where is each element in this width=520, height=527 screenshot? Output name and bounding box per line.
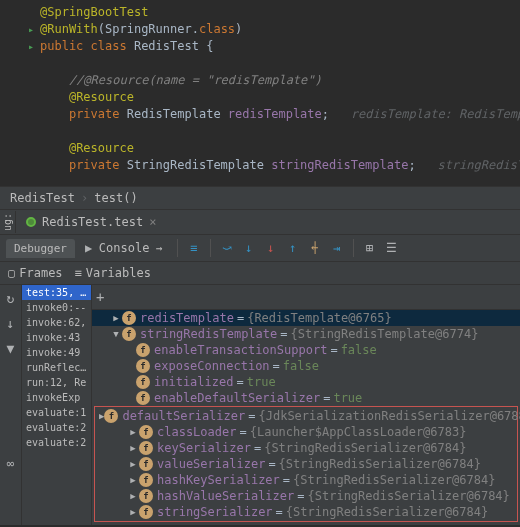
frame-item[interactable]: run:12, Re <box>22 375 91 390</box>
add-watch-icon[interactable]: + <box>96 289 104 305</box>
field-badge-icon: f <box>104 409 118 423</box>
variable-row[interactable]: fhashKeySerializer={StringRedisSerialize… <box>95 472 517 488</box>
frame-item[interactable]: evaluate:1 <box>22 405 91 420</box>
expand-icon[interactable] <box>127 459 139 469</box>
code-editor[interactable]: @SpringBootTest ▸@RunWith(SpringRunner.c… <box>0 0 520 186</box>
field-badge-icon: f <box>136 391 150 405</box>
field-badge-icon: f <box>122 327 136 341</box>
tab-console[interactable]: ▶ Console → <box>77 238 171 258</box>
collapse-icon[interactable] <box>110 329 122 339</box>
status-dot-icon <box>26 217 36 227</box>
run-tab[interactable]: RedisTest.test × <box>16 210 166 234</box>
variable-row[interactable]: fstringRedisTemplate={StringRedisTemplat… <box>92 326 520 342</box>
frame-item[interactable]: runReflecti <box>22 360 91 375</box>
frames-list: test:35, Reinvoke0:--invoke:62,invoke:43… <box>22 285 92 525</box>
variable-row[interactable]: fexposeConnection=false <box>92 358 520 374</box>
more-icon[interactable]: ☰ <box>382 238 402 258</box>
frame-item[interactable]: test:35, Re <box>22 285 91 300</box>
variable-row[interactable]: fdefaultSerializer={JdkSerializationRedi… <box>95 408 517 424</box>
variable-row[interactable]: fvalueSerializer={StringRedisSerializer@… <box>95 456 517 472</box>
run-gutter-icon[interactable]: ▸ <box>28 24 34 35</box>
variables-tree: + fredisTemplate={RedisTemplate@6765}fst… <box>92 285 520 525</box>
expand-icon[interactable] <box>127 475 139 485</box>
frame-item[interactable]: invoke:43 <box>22 330 91 345</box>
evaluate-icon[interactable]: ⊞ <box>360 238 380 258</box>
step-into-icon[interactable]: ↓ <box>239 238 259 258</box>
tool-window-label[interactable]: ug: <box>0 211 16 233</box>
run-to-cursor-icon[interactable]: ⇥ <box>327 238 347 258</box>
run-tabs: ug: RedisTest.test × <box>0 210 520 235</box>
restart-icon[interactable]: ↻ <box>7 291 15 306</box>
frame-item[interactable]: invoke0:-- <box>22 300 91 315</box>
tab-debugger[interactable]: Debugger <box>6 239 75 258</box>
debug-side-gutter: ↻ ↓ ▼ ∞ <box>0 285 22 525</box>
variable-row[interactable]: fredisTemplate={RedisTemplate@6765} <box>92 310 520 326</box>
highlighted-group: fdefaultSerializer={JdkSerializationRedi… <box>94 406 518 522</box>
variable-row[interactable]: fenableTransactionSupport=false <box>92 342 520 358</box>
run-gutter-icon[interactable]: ▸ <box>28 41 34 52</box>
frame-item[interactable]: invoke:62, <box>22 315 91 330</box>
frames-panel-label[interactable]: ▢ Frames <box>8 266 63 280</box>
field-badge-icon: f <box>136 375 150 389</box>
variable-row[interactable]: fclassLoader={Launcher$AppClassLoader@67… <box>95 424 517 440</box>
expand-icon[interactable] <box>110 313 122 323</box>
close-icon[interactable]: × <box>149 215 156 229</box>
field-badge-icon: f <box>139 425 153 439</box>
field-badge-icon: f <box>122 311 136 325</box>
field-badge-icon: f <box>136 343 150 357</box>
debug-panels: ↻ ↓ ▼ ∞ test:35, Reinvoke0:--invoke:62,i… <box>0 285 520 525</box>
drop-frame-icon[interactable]: ⍅ <box>305 238 325 258</box>
expand-icon[interactable] <box>127 427 139 437</box>
variables-panel-label[interactable]: ≡ Variables <box>75 266 151 280</box>
step-out-icon[interactable]: ↑ <box>283 238 303 258</box>
variable-row[interactable]: fhashValueSerializer={StringRedisSeriali… <box>95 488 517 504</box>
breadcrumb[interactable]: RedisTest›test() <box>0 186 520 210</box>
step-over-icon[interactable]: ⤻ <box>217 238 237 258</box>
inline-hint: redisTemplate: RedisTemplate@6765 <box>351 107 520 121</box>
variable-row[interactable]: fenableDefaultSerializer=true <box>92 390 520 406</box>
panels-header: ▢ Frames ≡ Variables <box>0 262 520 285</box>
variable-row[interactable]: fstringSerializer={StringRedisSerializer… <box>95 504 517 520</box>
field-badge-icon: f <box>139 441 153 455</box>
expand-icon[interactable] <box>127 507 139 517</box>
link-icon[interactable]: ∞ <box>7 456 15 471</box>
frame-item[interactable]: invoke:49 <box>22 345 91 360</box>
filter-icon[interactable]: ▼ <box>7 341 15 356</box>
field-badge-icon: f <box>139 457 153 471</box>
field-badge-icon: f <box>139 473 153 487</box>
field-badge-icon: f <box>139 489 153 503</box>
annotation: @SpringBootTest <box>40 5 148 19</box>
frame-item[interactable]: invokeExp <box>22 390 91 405</box>
variable-row[interactable]: finitialized=true <box>92 374 520 390</box>
menu-icon[interactable]: ≡ <box>184 238 204 258</box>
frame-item[interactable]: evaluate:2 <box>22 420 91 435</box>
frame-item[interactable]: evaluate:2 <box>22 435 91 450</box>
field-badge-icon: f <box>139 505 153 519</box>
variable-row[interactable]: fkeySerializer={StringRedisSerializer@67… <box>95 440 517 456</box>
inline-hint: stringRedisTemplate: St <box>437 158 520 172</box>
down-arrow-icon[interactable]: ↓ <box>7 316 15 331</box>
debug-toolbar: Debugger ▶ Console → ≡ ⤻ ↓ ↓ ↑ ⍅ ⇥ ⊞ ☰ <box>0 235 520 262</box>
expand-icon[interactable] <box>127 443 139 453</box>
expand-icon[interactable] <box>127 491 139 501</box>
field-badge-icon: f <box>136 359 150 373</box>
force-step-into-icon[interactable]: ↓ <box>261 238 281 258</box>
